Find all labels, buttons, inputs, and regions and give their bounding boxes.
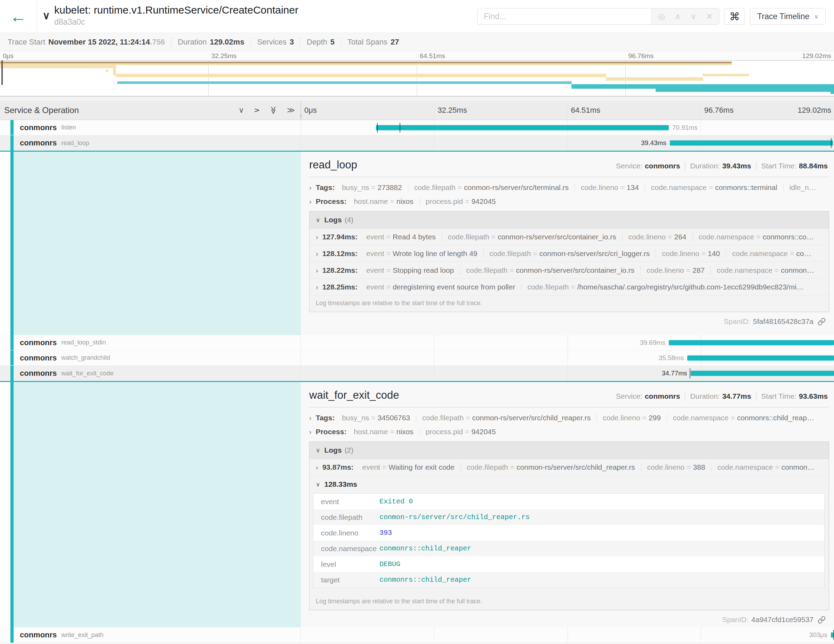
- chevron-right-icon: ›: [309, 198, 312, 205]
- keyboard-shortcuts-button[interactable]: ⌘: [724, 8, 745, 25]
- logs-box: ∨ Logs (2) › 93.87ms: event=Waiting for …: [309, 442, 829, 610]
- tag: code.filepath=conmon-rs/server/src/termi…: [408, 183, 575, 192]
- span-row-write-exit-path[interactable]: conmonrs write_exit_path 303μs: [0, 627, 834, 643]
- next-match-icon[interactable]: ∨: [690, 12, 696, 21]
- find-input[interactable]: [477, 8, 651, 24]
- chevron-right-icon: ›: [316, 464, 318, 471]
- tags-row[interactable]: › Tags: busy_ns=34506763 code.filepath=c…: [309, 414, 829, 422]
- span-row-read-loop-stdin[interactable]: conmonrs read_loop_stdin 39.69ms: [0, 335, 834, 350]
- service-color-indicator: [10, 627, 14, 642]
- axis-tick: 96.76ms: [704, 106, 734, 115]
- chevron-right-icon: ›: [309, 414, 312, 421]
- log-field: event=Wrote log line of length 49: [360, 249, 483, 258]
- gridline: [567, 335, 568, 350]
- service-color-indicator: [10, 120, 14, 135]
- back-button[interactable]: ←: [0, 0, 37, 33]
- expand-all-icon[interactable]: ≫: [287, 106, 295, 115]
- service-name: conmonrs: [20, 369, 57, 378]
- minimap-tick: 64.51ms: [420, 52, 445, 60]
- title-collapse-chevron-icon[interactable]: ∨: [42, 10, 50, 33]
- span-duration-label: 70.91ms: [672, 124, 698, 131]
- focus-match-icon[interactable]: ◎: [658, 12, 665, 21]
- prev-match-icon[interactable]: ∧: [675, 12, 680, 21]
- span-row-watch-grandchild[interactable]: conmonrs watch_grandchild 35.58ms: [0, 350, 834, 366]
- gridline: [567, 101, 568, 120]
- table-row: eventExited 0: [314, 494, 824, 509]
- collapse-one-icon[interactable]: ∨: [239, 106, 244, 115]
- log-marker: [690, 369, 690, 378]
- log-entry[interactable]: › 93.87ms: event=Waiting for exit code c…: [310, 459, 829, 476]
- span-row-read-loop[interactable]: conmonrs read_loop 39.43ms: [0, 135, 834, 152]
- command-icon: ⌘: [729, 10, 740, 23]
- service-name: conmonrs: [20, 338, 57, 347]
- divider: [309, 407, 829, 408]
- service-name: conmonrs: [20, 139, 57, 147]
- gridline: [434, 135, 435, 150]
- log-marker: [377, 123, 378, 133]
- trace-minimap[interactable]: [0, 60, 834, 96]
- gridline: [701, 120, 701, 135]
- log-entry[interactable]: › 128.12ms: event=Wrote log line of leng…: [310, 245, 829, 262]
- span-detail-title: read_loop: [309, 159, 357, 171]
- log-entry[interactable]: › 128.22ms: event=Stopping read loop cod…: [310, 262, 829, 279]
- span-bar[interactable]: [691, 371, 834, 376]
- logs-header[interactable]: ∨ Logs (4): [310, 212, 829, 228]
- span-bar[interactable]: [376, 125, 669, 130]
- minimap-tick: 32.25ms: [212, 52, 237, 60]
- logs-footer-note: Log timestamps are relative to the start…: [310, 295, 829, 312]
- tags-row[interactable]: › Tags: busy_ns=273882 code.filepath=con…: [309, 183, 829, 192]
- logs-footer-note: Log timestamps are relative to the start…: [310, 594, 829, 610]
- log-marker: [831, 138, 832, 148]
- gridline: [434, 101, 435, 120]
- collapse-all-icon[interactable]: ≫: [268, 106, 278, 114]
- detail-row-tint: [14, 382, 301, 627]
- service-color-indicator: [10, 382, 14, 627]
- span-bar[interactable]: [669, 340, 834, 345]
- log-field: code.filepath=/home/sascha/.cargo/regist…: [521, 283, 810, 291]
- expanded-log-header[interactable]: ∨ 128.33ms: [310, 476, 829, 492]
- span-id-row: SpanID: 5faf48165428c37a: [309, 312, 829, 331]
- span-bar[interactable]: [687, 355, 834, 361]
- process-row[interactable]: › Process: host.name=nixos process.pid=9…: [309, 197, 829, 205]
- log-entry[interactable]: › 128.25ms: event=deregistering event so…: [310, 279, 829, 295]
- span-bar[interactable]: [670, 141, 833, 146]
- service-operation-header: Service & Operation ∨ ∨ ≫ ≫ ‖: [0, 101, 301, 120]
- span-bar[interactable]: [831, 633, 834, 638]
- tag: code.namespace=conmonrs::child_reap…: [667, 414, 820, 422]
- log-fields-table: eventExited 0 code.filepathconmon-rs/ser…: [313, 494, 824, 588]
- view-mode-dropdown[interactable]: Trace Timeline ∨: [750, 8, 826, 25]
- log-field: code.filepath=conmon-rs/server/src/cri_l…: [484, 249, 656, 258]
- span-duration-label: 34.77ms: [662, 369, 687, 377]
- expand-one-icon[interactable]: ∨: [252, 107, 261, 113]
- service-color-indicator: [10, 135, 14, 150]
- clear-find-icon[interactable]: ✕: [706, 12, 713, 21]
- gridline: [567, 135, 568, 150]
- logs-count: (2): [345, 446, 354, 455]
- detail-duration: Duration:39.43ms: [685, 162, 756, 170]
- table-row: code.filepathconmon-rs/server/src/child_…: [314, 509, 824, 525]
- span-duration-label: 39.43ms: [641, 139, 666, 147]
- operation-name: read_loop: [61, 139, 89, 147]
- log-entry[interactable]: › 127.94ms: event=Read 4 bytes code.file…: [310, 228, 829, 245]
- process-row[interactable]: › Process: host.name=nixos process.pid=9…: [309, 427, 829, 436]
- copy-link-icon[interactable]: [818, 616, 826, 624]
- logs-header[interactable]: ∨ Logs (2): [310, 442, 829, 459]
- back-arrow-icon: ←: [10, 7, 27, 26]
- span-row-wait-for-exit-code[interactable]: conmonrs wait_for_exit_code 34.77ms: [0, 366, 834, 382]
- service-color-indicator: [10, 335, 14, 350]
- tag: busy_ns=273882: [336, 183, 408, 192]
- chevron-down-icon: ∨: [316, 217, 320, 224]
- gridline: [567, 627, 568, 642]
- table-row: levelDEBUG: [314, 556, 824, 572]
- span-grid-header: Service & Operation ∨ ∨ ≫ ≫ ‖ 0μs 32.25m…: [0, 101, 834, 120]
- tag: code.filepath=conmon-rs/server/src/child…: [416, 414, 597, 422]
- chevron-right-icon: ›: [309, 428, 312, 435]
- span-duration-label: 303μs: [809, 631, 828, 639]
- span-duration-label: 35.58ms: [659, 354, 684, 362]
- log-field: event=Waiting for exit code: [357, 463, 461, 471]
- copy-link-icon[interactable]: [818, 318, 826, 326]
- log-field: code.namespace=conmonrs::co…: [693, 233, 820, 241]
- gridline: [567, 350, 568, 365]
- log-field: code.filepath=conmon-rs/server/src/conta…: [442, 233, 622, 241]
- span-row-listen[interactable]: conmonrs listen 70.91ms: [0, 120, 834, 135]
